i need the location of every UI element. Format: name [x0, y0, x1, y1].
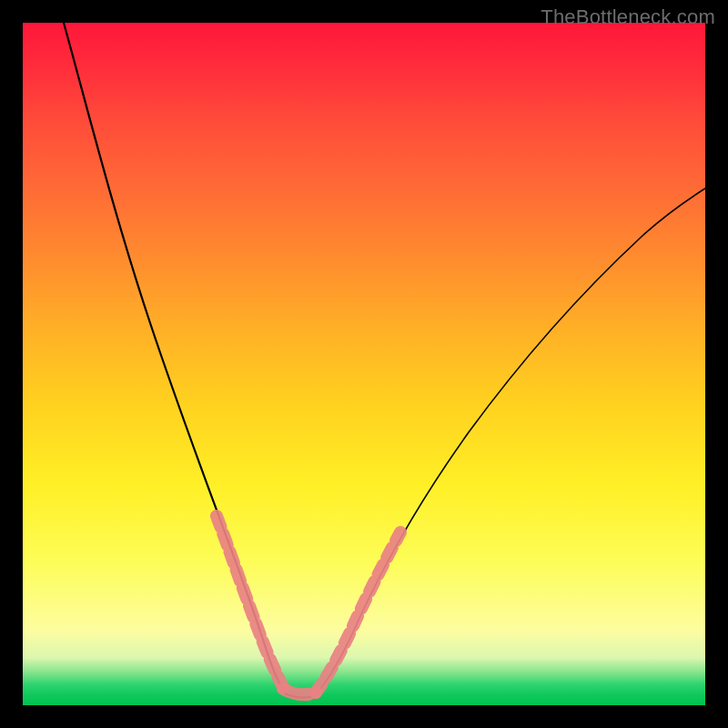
chart-frame: TheBottleneck.com: [0, 0, 728, 728]
plot-area: [23, 23, 705, 705]
beads-left-descent: [217, 516, 283, 687]
beads-right-ascent: [316, 532, 400, 693]
curve-left-branch: [64, 23, 287, 694]
curve-right-branch: [314, 188, 705, 696]
chart-svg: [23, 23, 705, 705]
